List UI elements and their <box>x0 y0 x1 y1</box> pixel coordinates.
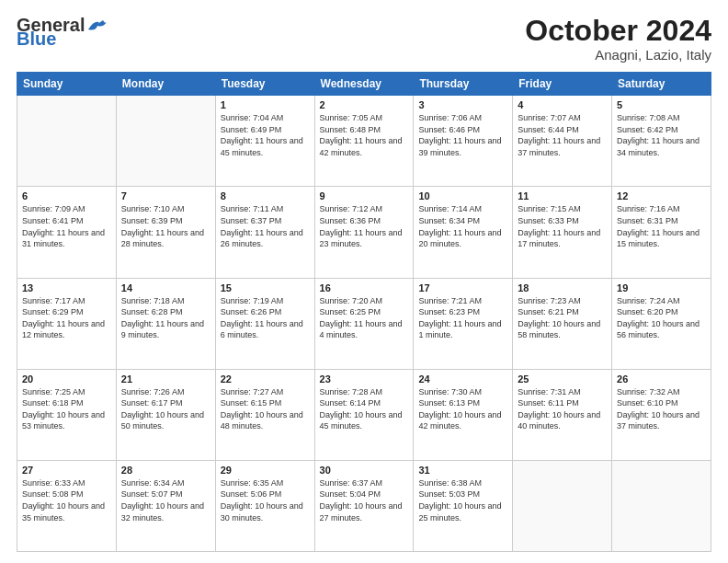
day-number: 29 <box>221 465 310 476</box>
day-number: 2 <box>320 99 409 110</box>
calendar-cell: 28Sunrise: 6:34 AM Sunset: 5:07 PM Dayli… <box>116 460 215 551</box>
weekday-header-sunday: Sunday <box>17 73 117 96</box>
page-header: General Blue October 2024 Anagni, Lazio,… <box>17 15 711 63</box>
day-info: Sunrise: 7:28 AM Sunset: 6:14 PM Dayligh… <box>320 386 409 432</box>
day-number: 26 <box>617 373 706 385</box>
day-info: Sunrise: 7:11 AM Sunset: 6:37 PM Dayligh… <box>221 203 310 249</box>
calendar-cell: 25Sunrise: 7:31 AM Sunset: 6:11 PM Dayli… <box>513 369 612 460</box>
week-row-2: 6Sunrise: 7:09 AM Sunset: 6:41 PM Daylig… <box>17 187 711 278</box>
day-info: Sunrise: 6:37 AM Sunset: 5:04 PM Dayligh… <box>320 477 409 523</box>
day-info: Sunrise: 7:16 AM Sunset: 6:31 PM Dayligh… <box>617 203 706 249</box>
calendar-cell: 26Sunrise: 7:32 AM Sunset: 6:10 PM Dayli… <box>612 369 711 460</box>
calendar-cell: 9Sunrise: 7:12 AM Sunset: 6:36 PM Daylig… <box>314 187 414 278</box>
calendar-cell: 20Sunrise: 7:25 AM Sunset: 6:18 PM Dayli… <box>17 369 117 460</box>
day-info: Sunrise: 7:27 AM Sunset: 6:15 PM Dayligh… <box>221 386 310 432</box>
day-number: 31 <box>418 465 507 476</box>
day-info: Sunrise: 7:20 AM Sunset: 6:25 PM Dayligh… <box>320 295 409 341</box>
day-number: 28 <box>121 465 210 476</box>
day-number: 18 <box>518 282 607 293</box>
day-number: 17 <box>418 282 507 293</box>
calendar-cell: 21Sunrise: 7:26 AM Sunset: 6:17 PM Dayli… <box>116 369 215 460</box>
day-info: Sunrise: 6:35 AM Sunset: 5:06 PM Dayligh… <box>221 477 310 523</box>
calendar-cell: 6Sunrise: 7:09 AM Sunset: 6:41 PM Daylig… <box>17 187 117 278</box>
calendar-cell: 29Sunrise: 6:35 AM Sunset: 5:06 PM Dayli… <box>215 460 314 551</box>
calendar-table: SundayMondayTuesdayWednesdayThursdayFrid… <box>17 72 711 552</box>
calendar-cell: 5Sunrise: 7:08 AM Sunset: 6:42 PM Daylig… <box>612 96 711 187</box>
day-info: Sunrise: 7:21 AM Sunset: 6:23 PM Dayligh… <box>418 295 507 341</box>
day-number: 1 <box>221 99 310 110</box>
day-info: Sunrise: 7:12 AM Sunset: 6:36 PM Dayligh… <box>320 203 409 249</box>
calendar-cell: 31Sunrise: 6:38 AM Sunset: 5:03 PM Dayli… <box>414 460 513 551</box>
calendar-cell: 24Sunrise: 7:30 AM Sunset: 6:13 PM Dayli… <box>414 369 513 460</box>
day-info: Sunrise: 7:14 AM Sunset: 6:34 PM Dayligh… <box>418 203 507 249</box>
calendar-cell: 11Sunrise: 7:15 AM Sunset: 6:33 PM Dayli… <box>513 187 612 278</box>
calendar-cell: 8Sunrise: 7:11 AM Sunset: 6:37 PM Daylig… <box>215 187 314 278</box>
day-info: Sunrise: 7:30 AM Sunset: 6:13 PM Dayligh… <box>418 386 507 432</box>
day-number: 6 <box>22 190 111 201</box>
calendar-cell <box>17 96 117 187</box>
day-number: 19 <box>617 282 706 293</box>
calendar-cell <box>513 460 612 551</box>
day-number: 5 <box>617 99 706 110</box>
calendar-cell: 16Sunrise: 7:20 AM Sunset: 6:25 PM Dayli… <box>314 278 414 369</box>
day-number: 14 <box>121 282 210 293</box>
logo: General Blue <box>17 15 107 50</box>
day-info: Sunrise: 7:19 AM Sunset: 6:26 PM Dayligh… <box>221 295 310 341</box>
calendar-cell: 13Sunrise: 7:17 AM Sunset: 6:29 PM Dayli… <box>17 278 117 369</box>
day-number: 7 <box>121 190 210 201</box>
day-number: 27 <box>22 465 111 476</box>
day-number: 13 <box>22 282 111 293</box>
day-number: 9 <box>320 190 409 201</box>
calendar-cell: 17Sunrise: 7:21 AM Sunset: 6:23 PM Dayli… <box>414 278 513 369</box>
day-info: Sunrise: 7:10 AM Sunset: 6:39 PM Dayligh… <box>121 203 210 249</box>
calendar-cell: 3Sunrise: 7:06 AM Sunset: 6:46 PM Daylig… <box>414 96 513 187</box>
calendar-cell: 30Sunrise: 6:37 AM Sunset: 5:04 PM Dayli… <box>314 460 414 551</box>
weekday-header-saturday: Saturday <box>612 73 711 96</box>
day-number: 21 <box>121 373 210 385</box>
day-info: Sunrise: 7:25 AM Sunset: 6:18 PM Dayligh… <box>22 386 111 432</box>
day-info: Sunrise: 7:08 AM Sunset: 6:42 PM Dayligh… <box>617 112 706 158</box>
day-info: Sunrise: 7:18 AM Sunset: 6:28 PM Dayligh… <box>121 295 210 341</box>
weekday-header-thursday: Thursday <box>414 73 513 96</box>
day-info: Sunrise: 7:26 AM Sunset: 6:17 PM Dayligh… <box>121 386 210 432</box>
day-info: Sunrise: 7:17 AM Sunset: 6:29 PM Dayligh… <box>22 295 111 341</box>
day-number: 24 <box>418 373 507 385</box>
day-number: 3 <box>418 99 507 110</box>
logo-bird-icon <box>86 18 107 33</box>
calendar-cell <box>612 460 711 551</box>
calendar-cell: 23Sunrise: 7:28 AM Sunset: 6:14 PM Dayli… <box>314 369 414 460</box>
day-info: Sunrise: 7:05 AM Sunset: 6:48 PM Dayligh… <box>320 112 409 158</box>
day-info: Sunrise: 6:34 AM Sunset: 5:07 PM Dayligh… <box>121 477 210 523</box>
day-number: 16 <box>320 282 409 293</box>
calendar-cell: 4Sunrise: 7:07 AM Sunset: 6:44 PM Daylig… <box>513 96 612 187</box>
logo-blue-text: Blue <box>17 29 56 50</box>
week-row-1: 1Sunrise: 7:04 AM Sunset: 6:49 PM Daylig… <box>17 96 711 187</box>
calendar-cell: 19Sunrise: 7:24 AM Sunset: 6:20 PM Dayli… <box>612 278 711 369</box>
calendar-cell: 10Sunrise: 7:14 AM Sunset: 6:34 PM Dayli… <box>414 187 513 278</box>
day-info: Sunrise: 6:38 AM Sunset: 5:03 PM Dayligh… <box>418 477 507 523</box>
calendar-cell: 18Sunrise: 7:23 AM Sunset: 6:21 PM Dayli… <box>513 278 612 369</box>
calendar-cell: 7Sunrise: 7:10 AM Sunset: 6:39 PM Daylig… <box>116 187 215 278</box>
month-title: October 2024 <box>525 15 711 47</box>
day-number: 22 <box>221 373 310 385</box>
location: Anagni, Lazio, Italy <box>525 47 711 63</box>
day-number: 23 <box>320 373 409 385</box>
day-number: 12 <box>617 190 706 201</box>
day-info: Sunrise: 6:33 AM Sunset: 5:08 PM Dayligh… <box>22 477 111 523</box>
weekday-header-friday: Friday <box>513 73 612 96</box>
title-section: October 2024 Anagni, Lazio, Italy <box>525 15 711 63</box>
weekday-header-tuesday: Tuesday <box>215 73 314 96</box>
day-number: 8 <box>221 190 310 201</box>
week-row-3: 13Sunrise: 7:17 AM Sunset: 6:29 PM Dayli… <box>17 278 711 369</box>
day-info: Sunrise: 7:32 AM Sunset: 6:10 PM Dayligh… <box>617 386 706 432</box>
calendar-cell: 14Sunrise: 7:18 AM Sunset: 6:28 PM Dayli… <box>116 278 215 369</box>
calendar-cell: 12Sunrise: 7:16 AM Sunset: 6:31 PM Dayli… <box>612 187 711 278</box>
day-info: Sunrise: 7:09 AM Sunset: 6:41 PM Dayligh… <box>22 203 111 249</box>
weekday-header-wednesday: Wednesday <box>314 73 414 96</box>
day-info: Sunrise: 7:06 AM Sunset: 6:46 PM Dayligh… <box>418 112 507 158</box>
day-info: Sunrise: 7:15 AM Sunset: 6:33 PM Dayligh… <box>518 203 607 249</box>
day-info: Sunrise: 7:31 AM Sunset: 6:11 PM Dayligh… <box>518 386 607 432</box>
day-info: Sunrise: 7:24 AM Sunset: 6:20 PM Dayligh… <box>617 295 706 341</box>
calendar-cell: 2Sunrise: 7:05 AM Sunset: 6:48 PM Daylig… <box>314 96 414 187</box>
day-info: Sunrise: 7:04 AM Sunset: 6:49 PM Dayligh… <box>221 112 310 158</box>
